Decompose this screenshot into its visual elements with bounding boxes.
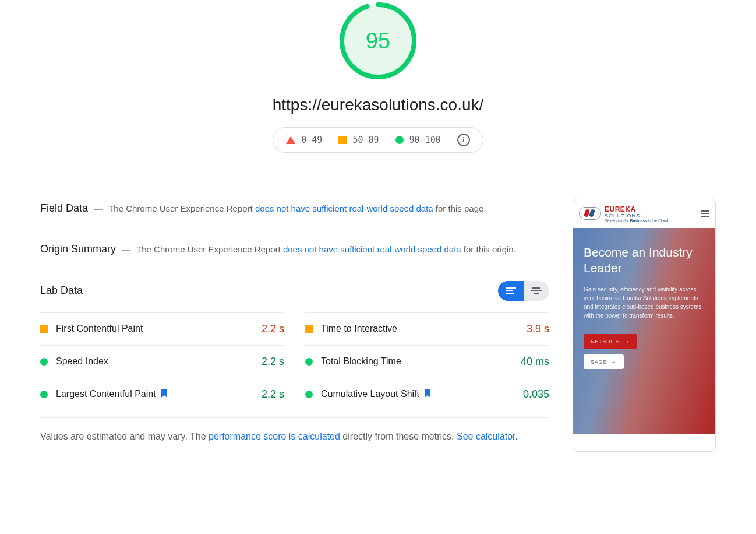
view-toggle-detailed[interactable] [498, 281, 524, 301]
page-screenshot-thumbnail[interactable]: EUREKA SOLUTIONS Developing for Business… [573, 199, 716, 452]
footnote-pre: Values are estimated and may vary. The [40, 431, 209, 441]
thumb-hero: Become an Industry Leader Gain security,… [573, 228, 715, 434]
field-data-link[interactable]: does not have sufficient real-world spee… [255, 203, 433, 213]
metric-cls-label: Cumulative Layout Shift [321, 389, 419, 399]
lab-data-title: Lab Data [40, 284, 83, 297]
metric-tti-label: Time to Interactive [321, 324, 518, 334]
thumb-hero-text: Gain security, efficiency and visibility… [584, 285, 705, 320]
bookmark-icon [161, 389, 168, 398]
circle-green-icon [395, 136, 404, 144]
field-data-post: for this page. [433, 203, 486, 213]
footnote-mid: directly from these metrics. [340, 431, 457, 441]
bookmark-icon [161, 389, 168, 399]
legend-poor-range: 0–49 [301, 135, 322, 145]
legend-mid: 50–89 [338, 135, 379, 145]
legend-mid-range: 50–89 [352, 135, 379, 145]
origin-summary-post: for this origin. [461, 244, 516, 254]
metric-cls[interactable]: Cumulative Layout Shift 0.035 [305, 378, 549, 410]
view-toggle-compact[interactable] [524, 281, 549, 301]
metric-lcp[interactable]: Largest Contentful Paint 2.2 s [40, 378, 284, 410]
metric-tti[interactable]: Time to Interactive 3.9 s [305, 312, 549, 345]
dash-separator: — [94, 203, 103, 213]
thumb-brand-eureka: EUREKA [605, 204, 668, 213]
dash-separator: — [122, 244, 130, 254]
square-orange-icon [338, 136, 347, 144]
metric-lcp-value: 2.2 s [262, 388, 284, 400]
metric-tti-value: 3.9 s [527, 323, 549, 335]
thumb-tagline: Developing for Business in the Cloud [605, 219, 668, 223]
footnote-link-calculator[interactable]: See calculator. [457, 431, 518, 441]
thumb-header: EUREKA SOLUTIONS Developing for Business… [573, 199, 715, 228]
thumb-hero-title: Become an Industry Leader [584, 244, 705, 276]
circle-green-icon [305, 358, 313, 366]
thumb-brand-solutions: SOLUTIONS [605, 213, 668, 219]
square-orange-icon [40, 325, 48, 333]
arrow-right-icon: → [624, 338, 630, 345]
metric-tbt[interactable]: Total Blocking Time 40 ms [305, 345, 549, 378]
circle-green-icon [305, 391, 313, 398]
arrow-right-icon: → [610, 359, 617, 365]
analyzed-url: https://eurekasolutions.co.uk/ [0, 96, 756, 114]
cloud-icon [579, 207, 601, 220]
metric-cls-value: 0.035 [523, 388, 549, 400]
circle-green-icon [40, 391, 48, 398]
field-data-title: Field Data [40, 202, 88, 214]
origin-summary-link[interactable]: does not have sufficient real-world spee… [283, 244, 461, 254]
thumb-logo: EUREKA SOLUTIONS Developing for Business… [579, 204, 668, 223]
legend-good: 90–100 [395, 135, 441, 145]
field-data-pre: The Chrome User Experience Report [108, 203, 255, 213]
align-center-icon [531, 287, 542, 295]
metric-si-value: 2.2 s [262, 356, 284, 368]
performance-score-value: 95 [337, 0, 419, 82]
thumb-btn-netsuite: NETSUITE → [584, 334, 637, 349]
origin-summary-pre: The Chrome User Experience Report [136, 244, 283, 254]
circle-green-icon [40, 358, 48, 366]
view-toggle [498, 281, 549, 301]
info-icon[interactable]: i [457, 134, 470, 146]
align-left-icon [505, 287, 517, 295]
legend-poor: 0–49 [286, 135, 322, 145]
origin-summary-title: Origin Summary [40, 243, 116, 255]
metric-tbt-value: 40 ms [521, 356, 549, 368]
bookmark-icon [424, 389, 431, 399]
legend-good-range: 90–100 [409, 135, 441, 145]
metric-lcp-label: Largest Contentful Paint [56, 389, 156, 399]
metric-tbt-label: Total Blocking Time [321, 356, 513, 367]
metric-si-label: Speed Index [56, 356, 253, 367]
thumb-btn-sage: SAGE → [584, 354, 624, 369]
hamburger-icon [701, 210, 709, 217]
footnote: Values are estimated and may vary. The p… [40, 417, 549, 444]
origin-summary-section: Origin Summary — The Chrome User Experie… [40, 240, 549, 258]
metric-fcp-label: First Contentful Paint [56, 324, 253, 334]
score-legend: 0–49 50–89 90–100 i [273, 127, 483, 153]
triangle-red-icon [286, 136, 295, 144]
metrics-grid: First Contentful Paint 2.2 s Time to Int… [40, 312, 549, 410]
metric-fcp[interactable]: First Contentful Paint 2.2 s [40, 312, 284, 345]
bookmark-icon [424, 389, 431, 398]
metric-fcp-value: 2.2 s [262, 323, 284, 335]
square-orange-icon [305, 325, 313, 333]
performance-score-gauge: 95 [337, 0, 419, 82]
footnote-link-calculated[interactable]: performance score is calculated [209, 431, 340, 441]
field-data-section: Field Data — The Chrome User Experience … [40, 199, 549, 217]
metric-si[interactable]: Speed Index 2.2 s [40, 345, 284, 378]
